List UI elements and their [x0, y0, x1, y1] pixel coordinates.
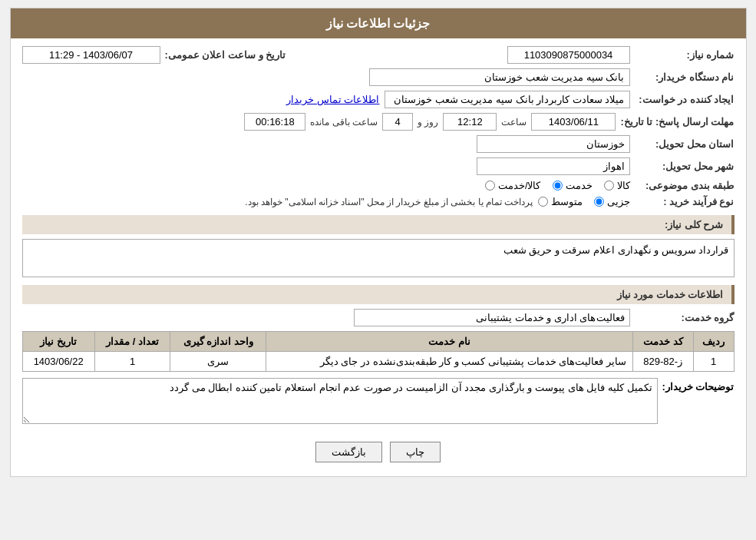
- need-number-row: شماره نیاز: تاریخ و ساعت اعلان عمومی:: [22, 46, 735, 64]
- cell-row: 1: [693, 352, 734, 372]
- requester-org-input[interactable]: [369, 68, 630, 86]
- page-title: جزئیات اطلاعات نیاز: [11, 8, 746, 38]
- cell-name: سایر فعالیت‌های خدمات پشتیبانی کسب و کار…: [266, 352, 632, 372]
- cell-quantity: 1: [94, 352, 170, 372]
- deadline-remaining-label: ساعت باقی مانده: [310, 117, 378, 128]
- service-group-row: گروه خدمت:: [22, 309, 735, 326]
- requester-org-row: نام دستگاه خریدار:: [22, 68, 735, 86]
- purchase-type-radio-group: متوسط جزیی: [538, 196, 630, 207]
- category-radio-goods-services[interactable]: [485, 181, 495, 190]
- city-row: شهر محل تحویل:: [22, 157, 735, 175]
- purchase-type-radio-partial[interactable]: [594, 197, 604, 207]
- deadline-days-label: روز و: [418, 117, 438, 128]
- page-container: جزئیات اطلاعات نیاز شماره نیاز: تاریخ و …: [10, 8, 747, 477]
- deadline-time-label: ساعت: [501, 117, 527, 128]
- category-radio-goods[interactable]: [604, 181, 614, 190]
- category-option-goods[interactable]: کالا: [604, 180, 630, 191]
- deadline-date-input[interactable]: [531, 113, 616, 131]
- category-label-service: خدمت: [566, 180, 593, 191]
- announce-datetime-input[interactable]: [22, 46, 160, 64]
- col-header-row: ردیف: [693, 332, 734, 352]
- buyer-notes-textarea[interactable]: [22, 378, 658, 424]
- print-button[interactable]: چاپ: [390, 442, 441, 462]
- province-input[interactable]: [477, 135, 630, 153]
- creator-row: ایجاد کننده در خواست: اطلاعات تماس خریدا…: [22, 91, 735, 108]
- cell-code: ز-82-829: [632, 352, 693, 372]
- need-number-input[interactable]: [507, 46, 630, 64]
- description-section-title: شرح کلی نیاز:: [22, 215, 735, 234]
- category-label-goods-services: کالا/خدمت: [498, 180, 541, 191]
- category-radio-service[interactable]: [553, 181, 563, 190]
- col-header-date: تاریخ نیاز: [22, 332, 94, 352]
- deadline-days-input[interactable]: [382, 113, 413, 131]
- requester-org-label: نام دستگاه خریدار:: [635, 71, 735, 83]
- service-group-input[interactable]: [354, 309, 630, 326]
- buyer-notes-field: [22, 378, 658, 426]
- deadline-label: مهلت ارسال پاسخ: تا تاریخ:: [620, 116, 734, 128]
- back-button[interactable]: بازگشت: [315, 442, 382, 462]
- category-option-goods-services[interactable]: کالا/خدمت: [485, 180, 541, 191]
- category-label: طبقه بندی موضوعی:: [635, 180, 735, 191]
- purchase-type-notice: پرداخت تمام یا بخشی از مبلغ خریدار از مح…: [245, 197, 533, 207]
- province-row: استان محل تحویل:: [22, 135, 735, 153]
- content-area: شماره نیاز: تاریخ و ساعت اعلان عمومی: نا…: [11, 38, 746, 476]
- city-label: شهر محل تحویل:: [635, 161, 735, 172]
- col-header-quantity: تعداد / مقدار: [94, 332, 170, 352]
- purchase-type-label-partial: جزیی: [607, 196, 630, 207]
- cell-unit: سری: [170, 352, 266, 372]
- need-number-label: شماره نیاز:: [635, 49, 735, 61]
- city-input[interactable]: [477, 157, 630, 175]
- services-section-title: اطلاعات خدمات مورد نیاز: [22, 285, 735, 304]
- category-row: طبقه بندی موضوعی: کالا/خدمت خدمت کالا: [22, 180, 735, 191]
- creator-contact-link[interactable]: اطلاعات تماس خریدار: [286, 94, 379, 105]
- description-content: قرارداد سرویس و نگهداری اعلام سرقت و حری…: [22, 239, 735, 277]
- category-option-service[interactable]: خدمت: [553, 180, 593, 191]
- purchase-type-option-partial[interactable]: جزیی: [594, 196, 630, 207]
- deadline-remaining-input[interactable]: [244, 113, 305, 131]
- category-label-goods: کالا: [617, 180, 630, 191]
- buyer-notes-row: توضیحات خریدار:: [22, 378, 735, 426]
- purchase-type-option-medium[interactable]: متوسط: [538, 196, 583, 207]
- announce-datetime-label: تاریخ و ساعت اعلان عمومی:: [165, 49, 286, 61]
- purchase-type-label: نوع فرآیند خرید :: [635, 196, 735, 207]
- services-table: ردیف کد خدمت نام خدمت واحد اندازه گیری ت…: [22, 331, 735, 372]
- service-group-label: گروه خدمت:: [635, 312, 735, 323]
- description-area: قرارداد سرویس و نگهداری اعلام سرقت و حری…: [22, 239, 735, 277]
- purchase-type-row: نوع فرآیند خرید : متوسط جزیی پرداخت تمام…: [22, 196, 735, 207]
- province-label: استان محل تحویل:: [635, 138, 735, 150]
- col-header-code: کد خدمت: [632, 332, 693, 352]
- creator-label: ایجاد کننده در خواست:: [635, 94, 735, 105]
- col-header-name: نام خدمت: [266, 332, 632, 352]
- purchase-type-radio-medium[interactable]: [538, 197, 548, 207]
- deadline-row: مهلت ارسال پاسخ: تا تاریخ: ساعت روز و سا…: [22, 113, 735, 131]
- deadline-time-input[interactable]: [443, 113, 497, 131]
- cell-date: 1403/06/22: [22, 352, 94, 372]
- purchase-type-label-medium: متوسط: [551, 196, 583, 207]
- button-row: چاپ بازگشت: [22, 432, 735, 469]
- buyer-notes-label: توضیحات خریدار:: [662, 378, 735, 393]
- category-radio-group: کالا/خدمت خدمت کالا: [485, 180, 630, 191]
- creator-input[interactable]: [385, 91, 630, 108]
- col-header-unit: واحد اندازه گیری: [170, 332, 266, 352]
- table-row: 1 ز-82-829 سایر فعالیت‌های خدمات پشتیبان…: [22, 352, 734, 372]
